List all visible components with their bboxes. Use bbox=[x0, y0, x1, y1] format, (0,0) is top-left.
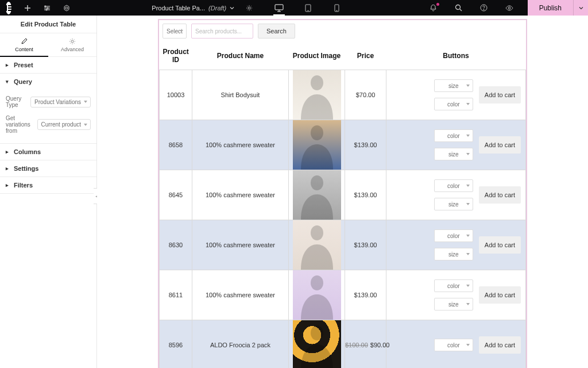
category-filter-select[interactable]: Select... bbox=[163, 24, 187, 39]
sidebar-title: Edit Product Table bbox=[0, 16, 96, 33]
size-variation-select[interactable]: size bbox=[434, 298, 473, 310]
product-image-placeholder bbox=[293, 270, 341, 320]
col-header-id[interactable]: Product ID bbox=[160, 42, 192, 70]
device-tablet[interactable] bbox=[301, 0, 315, 16]
category-filter-placeholder: Select... bbox=[167, 28, 183, 34]
add-to-cart-button[interactable]: Add to cart bbox=[479, 336, 521, 354]
table-row: 10003Shirt Bodysuit$70.00sizecolorAdd to… bbox=[160, 70, 526, 120]
svg-point-10 bbox=[47, 7, 48, 9]
chevron-down-icon bbox=[230, 6, 234, 10]
cell-buttons: colorsizeAdd to cart bbox=[386, 120, 526, 170]
help-icon[interactable] bbox=[477, 1, 491, 15]
cell-product-image bbox=[289, 170, 345, 220]
device-desktop[interactable] bbox=[272, 0, 286, 16]
cell-product-image bbox=[289, 270, 345, 320]
structure-icon[interactable] bbox=[44, 1, 51, 15]
cell-price: $139.00 bbox=[345, 220, 386, 270]
device-mobile[interactable] bbox=[330, 0, 343, 16]
col-header-price[interactable]: Price bbox=[345, 42, 386, 70]
product-image-placeholder bbox=[293, 170, 341, 220]
section-query[interactable]: ▾Query bbox=[0, 74, 96, 90]
section-filters-label: Filters bbox=[14, 182, 33, 189]
cell-product-image bbox=[289, 70, 345, 120]
document-title-text: Product Table Pa... bbox=[152, 5, 205, 12]
svg-point-23 bbox=[483, 9, 484, 10]
svg-point-30 bbox=[311, 275, 323, 290]
document-title[interactable]: Product Table Pa... (Draft) bbox=[152, 5, 234, 12]
price-current: $139.00 bbox=[354, 141, 377, 148]
section-settings[interactable]: ▸Settings bbox=[0, 160, 96, 177]
size-variation-select[interactable]: size bbox=[434, 79, 473, 92]
section-preset[interactable]: ▸Preset bbox=[0, 57, 96, 73]
publish-button[interactable]: Publish bbox=[528, 0, 573, 16]
svg-point-25 bbox=[71, 40, 74, 43]
query-type-select[interactable]: Product Variations bbox=[30, 97, 91, 108]
section-query-label: Query bbox=[14, 78, 32, 85]
cell-price: $100.00$90.00 bbox=[345, 320, 386, 369]
product-image-placeholder bbox=[293, 320, 341, 368]
caret-down-icon: ▾ bbox=[6, 79, 10, 85]
add-element-icon[interactable] bbox=[24, 1, 31, 15]
svg-point-12 bbox=[248, 7, 250, 9]
svg-point-19 bbox=[336, 10, 337, 11]
svg-point-31 bbox=[311, 325, 323, 340]
cell-product-name: 100% cashmere sweater bbox=[192, 120, 289, 170]
color-variation-select[interactable]: color bbox=[434, 179, 473, 192]
add-to-cart-button[interactable]: Add to cart bbox=[479, 86, 521, 103]
size-variation-select[interactable]: size bbox=[434, 248, 473, 260]
search-button[interactable]: Search bbox=[258, 24, 295, 39]
caret-right-icon: ▸ bbox=[6, 182, 10, 188]
elementor-logo[interactable] bbox=[6, 2, 11, 14]
caret-right-icon: ▸ bbox=[6, 62, 10, 68]
col-header-name[interactable]: Product Name bbox=[192, 42, 289, 70]
section-filters[interactable]: ▸Filters bbox=[0, 177, 96, 193]
sidebar-tab-content-label: Content bbox=[15, 47, 33, 52]
sidebar-tab-content[interactable]: Content bbox=[0, 33, 48, 57]
notifications-icon[interactable] bbox=[427, 1, 440, 15]
add-to-cart-button[interactable]: Add to cart bbox=[479, 236, 521, 254]
cell-price: $139.00 bbox=[345, 270, 386, 320]
add-to-cart-button[interactable]: Add to cart bbox=[479, 286, 521, 304]
variations-from-select[interactable]: Current product bbox=[37, 119, 91, 130]
cell-product-id: 8658 bbox=[160, 120, 192, 170]
product-search-input[interactable] bbox=[195, 28, 249, 34]
cell-price: $70.00 bbox=[345, 70, 386, 120]
page-settings-icon[interactable] bbox=[242, 1, 256, 15]
sidebar-tab-advanced-label: Advanced bbox=[61, 47, 84, 52]
svg-point-9 bbox=[45, 6, 46, 7]
size-variation-select[interactable]: size bbox=[434, 148, 473, 160]
product-table-widget[interactable]: Select... Search Product ID Product Name… bbox=[158, 19, 527, 368]
finder-icon[interactable] bbox=[452, 1, 466, 15]
product-image-placeholder bbox=[293, 70, 341, 120]
sidebar-tab-advanced[interactable]: Advanced bbox=[48, 33, 96, 56]
size-variation-select[interactable]: size bbox=[434, 198, 473, 210]
cell-product-name: 100% cashmere sweater bbox=[192, 220, 289, 270]
cell-product-id: 10003 bbox=[160, 70, 192, 120]
section-columns-label: Columns bbox=[14, 148, 41, 155]
preview-icon[interactable] bbox=[502, 1, 516, 15]
caret-right-icon: ▸ bbox=[6, 166, 10, 171]
color-variation-select[interactable]: color bbox=[434, 98, 473, 110]
editor-sidebar: Edit Product Table Content Advanced ▸Pre… bbox=[0, 16, 97, 368]
add-to-cart-button[interactable]: Add to cart bbox=[479, 186, 521, 204]
publish-options-button[interactable] bbox=[573, 0, 588, 16]
query-type-value: Product Variations bbox=[34, 99, 81, 105]
cell-product-id: 8611 bbox=[160, 270, 192, 320]
product-table: Product ID Product Name Product Image Pr… bbox=[159, 42, 526, 368]
color-variation-select[interactable]: color bbox=[434, 339, 473, 351]
cell-buttons: colorsizeAdd to cart bbox=[386, 270, 526, 320]
color-variation-select[interactable]: color bbox=[434, 229, 473, 242]
col-header-buttons[interactable]: Buttons bbox=[386, 42, 526, 70]
col-header-image[interactable]: Product Image bbox=[289, 42, 345, 70]
cell-buttons: sizecolorAdd to cart bbox=[386, 70, 526, 120]
cell-product-name: 100% cashmere sweater bbox=[192, 270, 289, 320]
cell-price: $139.00 bbox=[345, 170, 386, 220]
svg-point-28 bbox=[311, 175, 323, 190]
color-variation-select[interactable]: color bbox=[434, 129, 473, 142]
section-columns[interactable]: ▸Columns bbox=[0, 144, 96, 160]
add-to-cart-button[interactable]: Add to cart bbox=[479, 136, 521, 154]
cell-product-id: 8645 bbox=[160, 170, 192, 220]
color-variation-select[interactable]: color bbox=[434, 279, 473, 292]
table-row: 8596ALDO Froocia 2 pack$100.00$90.00colo… bbox=[160, 320, 526, 369]
product-search-field[interactable] bbox=[191, 24, 253, 39]
